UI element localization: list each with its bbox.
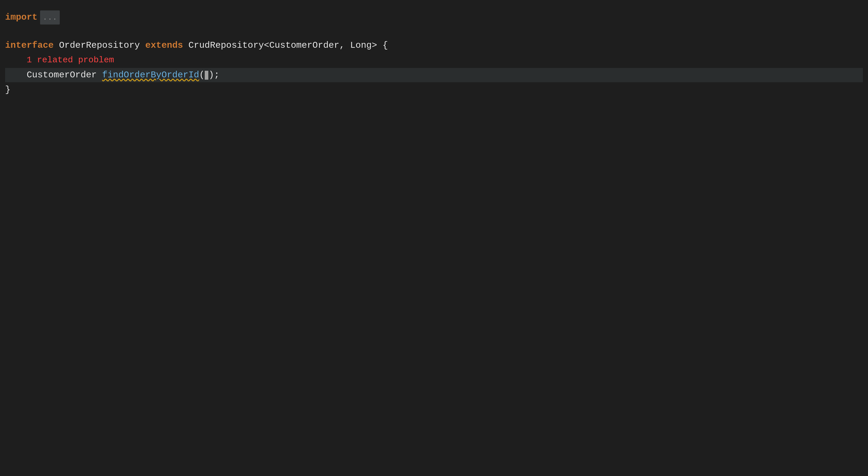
return-type: CustomerOrder: [27, 68, 97, 82]
open-paren: (: [199, 68, 205, 82]
interface-name: OrderRepository: [59, 38, 140, 53]
close-brace: }: [5, 83, 10, 97]
collapsed-imports[interactable]: ...: [40, 10, 60, 25]
semicolon: ;: [214, 68, 219, 82]
text-cursor: [205, 71, 208, 80]
code-editor: import ... interface OrderRepository ext…: [0, 0, 868, 476]
interface-keyword: interface: [5, 38, 54, 53]
empty-line-1: [5, 25, 863, 38]
extends-keyword: extends: [145, 38, 183, 53]
close-paren: ): [209, 68, 214, 82]
interface-line: interface OrderRepository extends CrudRe…: [5, 38, 863, 53]
close-brace-line: }: [5, 83, 863, 97]
import-keyword: import: [5, 10, 37, 25]
problem-indicator: 1 related problem: [27, 53, 114, 67]
method-line[interactable]: CustomerOrder findOrderByOrderId ( ) ;: [5, 68, 863, 82]
method-name: findOrderByOrderId: [102, 68, 199, 82]
problem-line: 1 related problem: [5, 53, 863, 67]
open-brace: {: [382, 38, 388, 53]
import-line: import ...: [5, 10, 863, 25]
parent-type: CrudRepository<CustomerOrder, Long>: [188, 38, 377, 53]
